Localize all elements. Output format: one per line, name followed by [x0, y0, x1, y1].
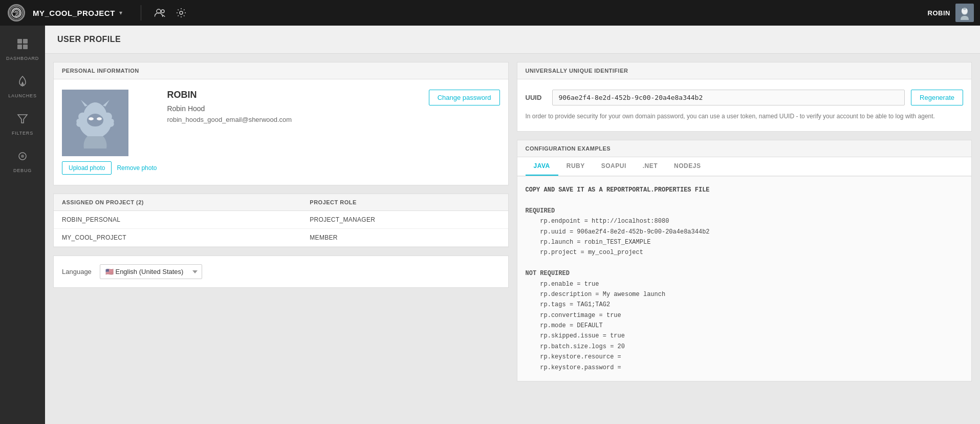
projects-table-body: ROBIN_PERSONAL PROJECT_MANAGER MY_COOL_P…	[54, 211, 508, 247]
settings-icon-button[interactable]	[171, 5, 191, 21]
avatar-section: Upload photo Remove photo	[62, 90, 157, 175]
sidebar-item-dashboard-label: DASHBOARD	[6, 56, 39, 61]
change-password-button[interactable]: Change password	[429, 90, 500, 105]
sidebar-item-filters-label: FILTERS	[12, 131, 33, 136]
svg-point-16	[89, 117, 94, 120]
regenerate-button[interactable]: Regenerate	[911, 90, 963, 105]
svg-point-1	[15, 12, 17, 13]
uuid-row: UUID Regenerate	[526, 90, 964, 105]
language-label: Language	[62, 268, 92, 275]
config-tab-ruby[interactable]: RUBY	[558, 157, 593, 176]
uuid-body: UUID Regenerate In order to provide secu…	[517, 79, 972, 131]
project-name: MY_COOL_PROJECT	[33, 9, 115, 17]
svg-rect-8	[17, 45, 22, 49]
nav-divider	[141, 5, 141, 20]
projects-table-header-row: ASSIGNED ON PROJECT (2) PROJECT ROLE	[54, 194, 508, 211]
svg-point-17	[97, 117, 102, 120]
sidebar-item-dashboard[interactable]: DASHBOARD	[0, 31, 45, 68]
content-grid: PERSONAL INFORMATION	[45, 54, 980, 390]
page-header: USER PROFILE	[45, 26, 980, 54]
uuid-label: UUID	[526, 94, 546, 101]
content-area: USER PROFILE PERSONAL INFORMATION	[45, 26, 980, 424]
filters-icon	[16, 113, 29, 128]
uuid-input[interactable]	[552, 90, 905, 105]
personal-info-body: Upload photo Remove photo ROBIN Robin Ho…	[54, 79, 508, 185]
svg-point-3	[161, 10, 164, 13]
nav-right: ROBIN	[928, 4, 974, 22]
members-icon-button[interactable]	[149, 6, 171, 20]
personal-info-content: Upload photo Remove photo ROBIN Robin Ho…	[62, 90, 292, 175]
config-code: COPY AND SAVE IT AS A REPORTPORTAL.PROPE…	[517, 176, 972, 381]
launches-icon	[16, 75, 29, 90]
language-section: Language 🇺🇸 English (United States)Deuts…	[54, 256, 508, 287]
project-role-cell: PROJECT_MANAGER	[301, 211, 508, 229]
logo-icon	[8, 4, 25, 22]
config-tab-soapui[interactable]: SOAPUI	[593, 157, 635, 176]
page-title: USER PROFILE	[57, 35, 968, 44]
table-row: ROBIN_PERSONAL PROJECT_MANAGER	[54, 211, 508, 229]
sidebar-item-filters[interactable]: FILTERS	[0, 105, 45, 143]
sidebar-item-debug-label: DEBUG	[13, 168, 32, 173]
sidebar-item-launches[interactable]: LAUNCHES	[0, 68, 45, 105]
uuid-header: UNIVERSALLY UNIQUE IDENTIFIER	[517, 62, 972, 79]
remove-photo-button[interactable]: Remove photo	[117, 162, 157, 174]
user-name: ROBIN	[167, 90, 292, 100]
config-tab-java[interactable]: JAVA	[526, 157, 558, 176]
personal-info-card: PERSONAL INFORMATION	[53, 62, 509, 185]
svg-marker-11	[18, 115, 27, 123]
projects-table: ASSIGNED ON PROJECT (2) PROJECT ROLE ROB…	[54, 194, 508, 247]
sidebar: DASHBOARD LAUNCHES FILTERS	[0, 26, 45, 424]
user-fullname: Robin Hood	[167, 104, 292, 113]
svg-rect-6	[17, 39, 22, 44]
right-column: UNIVERSALLY UNIQUE IDENTIFIER UUID Regen…	[517, 62, 972, 381]
debug-icon	[16, 150, 29, 165]
sidebar-item-debug[interactable]: DEBUG	[0, 143, 45, 180]
config-tab-net[interactable]: .NET	[635, 157, 666, 176]
nav-avatar[interactable]	[955, 4, 974, 22]
upload-photo-button[interactable]: Upload photo	[62, 161, 112, 175]
svg-rect-9	[23, 45, 28, 49]
projects-column-role: PROJECT ROLE	[301, 194, 508, 211]
project-dropdown-icon[interactable]: ▾	[119, 9, 122, 16]
config-header: CONFIGURATION EXAMPLES	[517, 140, 972, 157]
sidebar-item-launches-label: LAUNCHES	[8, 93, 36, 98]
svg-point-4	[180, 11, 183, 14]
project-name-cell: MY_COOL_PROJECT	[54, 229, 301, 247]
profile-avatar	[62, 90, 128, 156]
user-email: robin_hoods_good_email@sherwood.com	[167, 116, 292, 123]
config-tab-nodejs[interactable]: NODEJS	[666, 157, 709, 176]
uuid-description: In order to provide security for your ow…	[526, 112, 964, 121]
nav-username: ROBIN	[928, 9, 950, 17]
main-layout: DASHBOARD LAUNCHES FILTERS	[0, 26, 980, 424]
project-name-cell: ROBIN_PERSONAL	[54, 211, 301, 229]
svg-point-0	[10, 7, 23, 19]
config-tabs: JAVARUBYSOAPUI.NETNODEJS	[517, 157, 972, 176]
app-logo	[6, 3, 27, 23]
left-column: PERSONAL INFORMATION	[53, 62, 509, 381]
projects-column-name: ASSIGNED ON PROJECT (2)	[54, 194, 301, 211]
projects-card: ASSIGNED ON PROJECT (2) PROJECT ROLE ROB…	[53, 194, 509, 247]
user-details: ROBIN Robin Hood robin_hoods_good_email@…	[167, 90, 292, 134]
svg-rect-7	[23, 39, 28, 44]
config-card: CONFIGURATION EXAMPLES JAVARUBYSOAPUI.NE…	[517, 140, 972, 381]
svg-point-13	[21, 155, 24, 158]
personal-info-header: PERSONAL INFORMATION	[54, 62, 508, 79]
table-row: MY_COOL_PROJECT MEMBER	[54, 229, 508, 247]
uuid-card: UNIVERSALLY UNIQUE IDENTIFIER UUID Regen…	[517, 62, 972, 132]
avatar-actions: Upload photo Remove photo	[62, 161, 157, 175]
dashboard-icon	[16, 38, 29, 53]
language-select[interactable]: 🇺🇸 English (United States)DeutschFrançai…	[100, 264, 202, 279]
project-role-cell: MEMBER	[301, 229, 508, 247]
language-card: Language 🇺🇸 English (United States)Deuts…	[53, 256, 509, 288]
top-navbar: MY_COOL_PROJECT ▾ ROBIN	[0, 0, 980, 26]
